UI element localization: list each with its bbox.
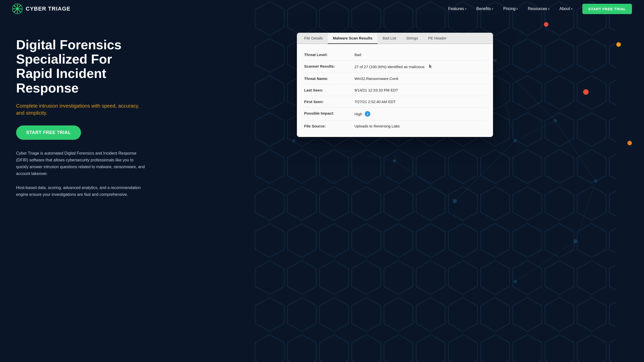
field-label-possible-impact: Possible Impact: (304, 111, 354, 115)
hero-cta-button[interactable]: START FREE TRIAL (16, 125, 81, 140)
info-icon: i (365, 111, 370, 117)
svg-point-34 (20, 5, 21, 7)
field-label-last-seen: Last Seen: (304, 88, 354, 92)
field-value-last-seen: 9/14/21 12:33:33 PM EDT (354, 88, 486, 92)
nav-features[interactable]: Features ▾ (444, 5, 470, 13)
tab-bad-list[interactable]: Bad List (378, 33, 401, 44)
logo-icon (12, 4, 23, 14)
table-row: First Seen: 7/27/21 2:52:40 AM EDT (304, 96, 486, 108)
hero-desc-1: Cyber Triage is automated Digital Forens… (16, 150, 147, 177)
hero-screenshot: File Details Malware Scan Results Bad Li… (147, 33, 628, 137)
hero-content: Digital Forensics Specialized For Rapid … (16, 33, 147, 205)
app-content: Threat Level: Bad Scanner Results: 27 of… (297, 44, 493, 137)
hero-subtitle: Complete intrusion investigations with s… (16, 102, 147, 116)
nav-links: Features ▾ Benefits ▾ Pricing ▾ Resource… (444, 4, 632, 14)
nav-resources[interactable]: Resources ▾ (524, 5, 553, 13)
table-row: Scanner Results: 27 of 27 (100.00%) iden… (304, 61, 486, 73)
field-label-scanner-results: Scanner Results: (304, 64, 354, 68)
tab-pe-header[interactable]: PE Header (423, 33, 452, 44)
svg-point-30 (13, 8, 14, 10)
field-value-possible-impact: High i (354, 111, 486, 117)
field-label-threat-name: Threat Name: (304, 76, 354, 81)
tab-file-details[interactable]: File Details (299, 33, 328, 44)
table-row: Threat Level: Bad (304, 49, 486, 61)
cursor-icon (429, 64, 433, 69)
nav-cta-button[interactable]: START FREE TRIAL (582, 4, 632, 14)
field-label-first-seen: First Seen: (304, 100, 354, 104)
nav-benefits[interactable]: Benefits ▾ (472, 5, 497, 13)
field-value-file-source: Uploads to Reversing Labs (354, 124, 486, 128)
field-value-threat-level: Bad (354, 53, 486, 57)
field-value-scanner-results: 27 of 27 (100.00%) identified as malicio… (354, 64, 486, 69)
field-value-first-seen: 7/27/21 2:52:40 AM EDT (354, 100, 486, 104)
field-label-file-source: File Source: (304, 124, 354, 128)
tab-malware-scan-results[interactable]: Malware Scan Results (328, 33, 378, 44)
table-row: Last Seen: 9/14/21 12:33:33 PM EDT (304, 84, 486, 96)
tab-strings[interactable]: Strings (401, 33, 423, 44)
about-chevron-icon: ▾ (571, 8, 572, 10)
svg-point-33 (20, 11, 21, 12)
svg-point-29 (17, 12, 18, 13)
hero-title: Digital Forensics Specialized For Rapid … (16, 38, 147, 95)
pricing-chevron-icon: ▾ (516, 8, 518, 10)
app-tabs: File Details Malware Scan Results Bad Li… (297, 33, 493, 44)
benefits-chevron-icon: ▾ (492, 8, 493, 10)
svg-point-31 (21, 8, 22, 10)
resources-chevron-icon: ▾ (548, 8, 549, 10)
nav-pricing[interactable]: Pricing ▾ (499, 5, 522, 13)
logo-text: CYBER TRIAGE (26, 6, 70, 12)
table-row: File Source: Uploads to Reversing Labs (304, 120, 486, 132)
logo-link[interactable]: CYBER TRIAGE (12, 4, 70, 14)
hero-desc-2: Host-based data, scoring, advanced analy… (16, 184, 147, 198)
svg-point-28 (17, 5, 18, 6)
field-value-threat-name: Win32.Ransomware.Conti (354, 76, 486, 81)
table-row: Threat Name: Win32.Ransomware.Conti (304, 73, 486, 84)
table-row: Possible Impact: High i (304, 108, 486, 120)
navbar: CYBER TRIAGE Features ▾ Benefits ▾ Prici… (0, 0, 644, 18)
svg-point-35 (14, 11, 15, 12)
svg-point-32 (14, 5, 15, 7)
nav-about[interactable]: About ▾ (555, 5, 576, 13)
hero-section: Digital Forensics Specialized For Rapid … (0, 18, 644, 362)
features-chevron-icon: ▾ (465, 8, 466, 10)
app-window: File Details Malware Scan Results Bad Li… (297, 33, 493, 137)
field-label-threat-level: Threat Level: (304, 53, 354, 57)
svg-point-27 (16, 8, 19, 10)
